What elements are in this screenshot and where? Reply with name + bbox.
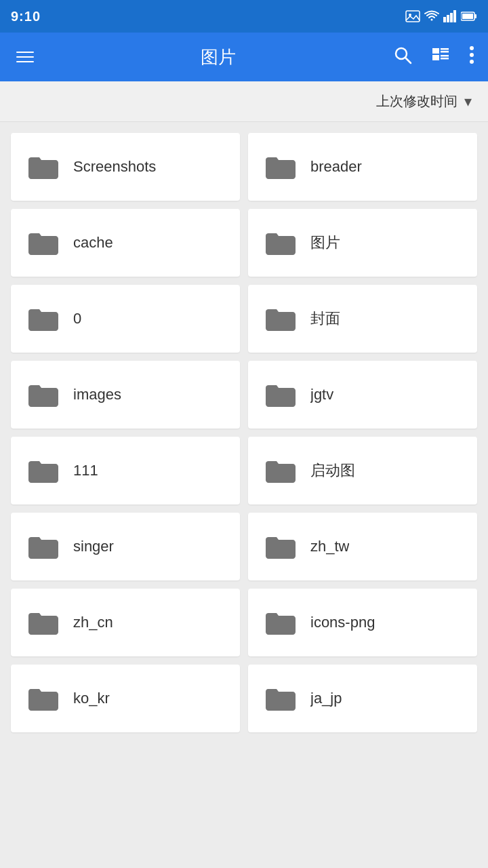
folder-name: zh_tw — [310, 538, 349, 555]
svg-rect-3 — [447, 15, 449, 22]
folder-name: 封面 — [310, 309, 340, 329]
folder-item-breader[interactable]: breader — [248, 133, 477, 201]
svg-rect-8 — [474, 14, 476, 18]
svg-rect-16 — [441, 58, 449, 60]
folder-name: zh_cn — [73, 614, 113, 631]
signal-icon — [443, 10, 457, 22]
svg-rect-7 — [462, 14, 473, 19]
folder-icon — [264, 229, 297, 256]
folder-icon — [27, 305, 60, 332]
folder-name: images — [73, 386, 121, 403]
folder-item-ja_jp[interactable]: ja_jp — [248, 665, 477, 732]
image-status-icon — [405, 10, 420, 22]
folder-name: cache — [73, 234, 113, 252]
folder-icon — [264, 457, 297, 484]
folder-item-qidontu[interactable]: 启动图 — [248, 437, 477, 505]
folder-item-jgtv[interactable]: jgtv — [248, 361, 477, 429]
folder-item-tupian[interactable]: 图片 — [248, 209, 477, 277]
folder-name: Screenshots — [73, 158, 156, 176]
folder-name: 启动图 — [310, 460, 355, 481]
folder-icon — [264, 609, 297, 636]
sort-bar[interactable]: 上次修改时间 ▾ — [0, 81, 488, 122]
svg-point-17 — [470, 46, 474, 50]
svg-rect-13 — [441, 51, 449, 53]
folder-item-zero[interactable]: 0 — [11, 285, 240, 353]
folder-item-ko_kr[interactable]: ko_kr — [11, 665, 240, 732]
folder-name: 0 — [73, 310, 81, 328]
svg-rect-12 — [441, 48, 449, 50]
svg-rect-5 — [453, 10, 456, 22]
folder-icon — [264, 685, 297, 712]
svg-point-18 — [470, 53, 474, 57]
search-button[interactable] — [390, 43, 415, 72]
sort-label: 上次修改时间 — [376, 92, 458, 111]
folder-item-icons-png[interactable]: icons-png — [248, 589, 477, 656]
wifi-icon — [424, 10, 439, 22]
folder-name: singer — [73, 538, 114, 555]
toolbar-title: 图片 — [54, 45, 382, 69]
folder-item-screenshots[interactable]: Screenshots — [11, 133, 240, 201]
svg-rect-4 — [450, 13, 453, 22]
toolbar-actions — [390, 43, 477, 72]
folder-icon — [27, 153, 60, 180]
folder-icon — [264, 533, 297, 560]
svg-rect-0 — [406, 11, 420, 22]
folder-item-fengmian[interactable]: 封面 — [248, 285, 477, 353]
svg-rect-15 — [441, 55, 449, 57]
more-button[interactable] — [466, 43, 477, 72]
folder-item-images[interactable]: images — [11, 361, 240, 429]
folder-name: 111 — [73, 462, 98, 479]
folder-item-zh_tw[interactable]: zh_tw — [248, 513, 477, 580]
list-view-button[interactable] — [428, 43, 453, 72]
folder-item-oneoneone[interactable]: 111 — [11, 437, 240, 505]
folder-icon — [27, 685, 60, 712]
sort-chevron-icon: ▾ — [464, 93, 472, 111]
svg-line-10 — [405, 58, 411, 63]
status-time: 9:10 — [11, 9, 41, 24]
folder-name: ja_jp — [310, 690, 342, 707]
folder-icon — [264, 305, 297, 332]
folder-icon — [27, 609, 60, 636]
folder-item-zh_cn[interactable]: zh_cn — [11, 589, 240, 656]
folder-item-singer[interactable]: singer — [11, 513, 240, 580]
svg-rect-14 — [432, 55, 439, 60]
svg-rect-11 — [432, 48, 439, 54]
folder-name: ko_kr — [73, 690, 110, 707]
menu-button[interactable] — [11, 46, 39, 68]
folder-name: jgtv — [310, 386, 333, 403]
folder-name: icons-png — [310, 614, 375, 631]
svg-point-19 — [470, 60, 474, 64]
folder-icon — [27, 533, 60, 560]
status-bar: 9:10 — [0, 0, 488, 33]
folder-icon — [264, 153, 297, 180]
svg-rect-2 — [443, 17, 446, 22]
folder-icon — [27, 457, 60, 484]
folder-item-cache[interactable]: cache — [11, 209, 240, 277]
folder-icon — [27, 229, 60, 256]
folder-icon — [27, 381, 60, 408]
folder-name: 图片 — [310, 233, 340, 253]
folder-grid: Screenshots breader cache 图片 0 — [0, 122, 488, 743]
folder-icon — [264, 381, 297, 408]
battery-icon — [461, 11, 477, 22]
status-icons — [405, 10, 477, 22]
toolbar: 图片 — [0, 33, 488, 81]
folder-name: breader — [310, 158, 362, 176]
